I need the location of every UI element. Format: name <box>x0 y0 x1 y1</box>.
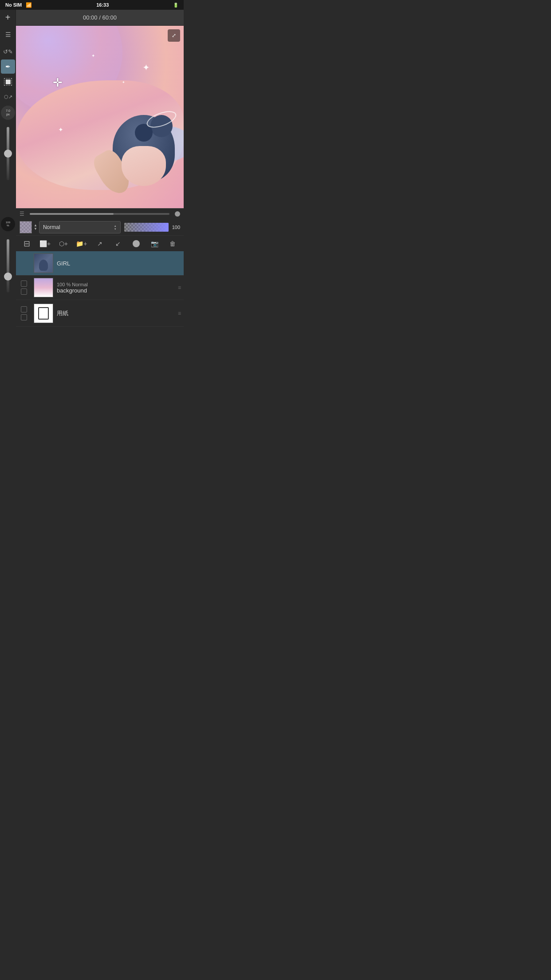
layer-visibility-area <box>16 281 32 295</box>
girl-preview-art <box>34 254 53 273</box>
layer-drag-handle-paper[interactable]: ≡ <box>175 310 184 316</box>
bg-preview-art <box>34 278 53 297</box>
star-4: ✦ <box>122 80 125 84</box>
opacity-slider-track[interactable] <box>124 223 169 232</box>
paper-document-icon <box>38 307 49 320</box>
add-folder-button[interactable]: 📁+ <box>75 237 88 250</box>
layer-meta-bg: 100 % Normal <box>57 282 173 287</box>
layer-preview-bg <box>34 278 53 297</box>
mask-button[interactable] <box>130 237 142 250</box>
cube-add-icon: ⬡+ <box>59 240 68 247</box>
camera-icon: 📷 <box>151 240 158 247</box>
battery-area: 🔋 <box>173 3 178 8</box>
layer-checkbox-paper-1[interactable] <box>21 306 27 312</box>
expand-icon: ⤢ <box>172 32 176 39</box>
layer-thumbnail-small <box>20 221 32 233</box>
horizontal-scrollbar[interactable] <box>30 213 169 215</box>
layer-row[interactable]: GIRL <box>16 251 184 276</box>
opacity-slider-container <box>7 234 9 327</box>
char-face <box>122 146 166 186</box>
layer-thumb-color <box>20 221 31 233</box>
timer-display[interactable]: 00:00 / 60:00 <box>16 10 184 25</box>
layer-icons-row: ⊟ ⬜+ ⬡+ 📁+ ↗ ↙ <box>16 235 184 251</box>
layer-down-icon: ↙ <box>115 240 121 247</box>
battery-icon: 🔋 <box>173 3 178 8</box>
character-art <box>99 119 179 208</box>
camera-button[interactable]: 📷 <box>148 237 161 250</box>
blend-up-arrow: ▲ <box>114 225 117 227</box>
layer-checkbox-paper-2[interactable] <box>21 314 27 320</box>
filmstrip-icon: ⊟ <box>24 239 30 249</box>
opacity-thumb[interactable] <box>4 273 12 281</box>
blend-mode-selector[interactable]: Normal ▲ ▼ <box>39 221 121 233</box>
add-3d-layer-button[interactable]: ⬡+ <box>57 237 70 250</box>
opacity-value: 100 <box>172 225 180 230</box>
brush-size-slider-container <box>7 122 9 214</box>
rotate-icon: ↺✎ <box>3 48 13 55</box>
layer-checkbox-2[interactable] <box>21 288 27 295</box>
star-2: ✦ <box>58 126 63 133</box>
brush-size-thumb[interactable] <box>4 150 12 158</box>
layer-row[interactable]: 100 % Normal background ≡ <box>16 276 184 300</box>
scroll-row: ☰ <box>16 209 184 219</box>
layer-visibility-area-paper <box>16 306 32 320</box>
layer-name-bg: background <box>57 287 173 294</box>
select-tool[interactable]: ⬜ <box>1 75 15 89</box>
clock: 16:33 <box>96 2 109 8</box>
carrier-wifi: No SIM 📶 <box>5 2 32 8</box>
menu-button[interactable]: ☰ <box>1 28 15 42</box>
layer-name-girl: GIRL <box>57 260 182 267</box>
bottom-panel: ☰ ▲ ▼ Normal ▲ ▼ <box>16 208 184 327</box>
brush-size-display[interactable]: 7.0 px <box>1 106 15 120</box>
left-toolbar: ☰ ↺✎ ✒ ⬜ ⬡↗ 7.0 px 100 % <box>0 26 16 327</box>
opacity-percent-display[interactable]: 100 % <box>1 217 15 231</box>
pen-icon: ✒ <box>5 63 11 70</box>
panel-menu-icon[interactable]: ☰ <box>20 211 24 217</box>
add-layer-button[interactable]: ⬜+ <box>39 237 51 250</box>
transform-icon: ⬡↗ <box>4 94 12 100</box>
add-layer-icon: ⬜+ <box>39 240 51 247</box>
opacity-fill <box>124 223 169 232</box>
undo-tool[interactable]: ↺✎ <box>1 44 15 59</box>
transform-tool[interactable]: ⬡↗ <box>1 90 15 104</box>
mask-icon <box>133 240 140 247</box>
layer-info-bg: 100 % Normal background <box>55 281 175 295</box>
artwork-canvas[interactable]: ✦ ✦ ✦ ✦ ✛ <box>16 26 184 208</box>
folder-add-icon: 📁+ <box>76 240 87 247</box>
menu-icon: ☰ <box>5 31 11 38</box>
layer-blend-row: ▲ ▼ Normal ▲ ▼ 100 <box>16 219 184 235</box>
brush-dot[interactable] <box>175 211 180 217</box>
wifi-icon: 📶 <box>26 2 32 8</box>
star-1: ✦ <box>142 62 150 73</box>
scrollbar-thumb[interactable] <box>30 213 114 215</box>
layer-preview-girl <box>34 253 53 273</box>
expand-button[interactable]: ⤢ <box>168 29 180 42</box>
delete-layer-button[interactable]: 🗑 <box>166 237 179 250</box>
opacity-slider[interactable] <box>7 239 9 292</box>
girl-preview-hair <box>39 260 48 271</box>
layer-drag-handle[interactable]: ≡ <box>175 285 184 291</box>
status-bar: No SIM 📶 16:33 🔋 <box>0 0 184 10</box>
layers-list: GIRL 100 % Normal background <box>16 251 184 327</box>
layer-info-paper: 用紙 <box>55 308 175 318</box>
blend-down-arrow: ▼ <box>114 228 117 230</box>
trash-icon: 🗑 <box>169 240 176 247</box>
layer-checkbox-1[interactable] <box>21 281 27 287</box>
pen-tool[interactable]: ✒ <box>1 59 15 74</box>
chevron-down-icon[interactable]: ▼ <box>34 227 37 231</box>
move-down-button[interactable]: ↙ <box>112 237 124 250</box>
layer-name-paper: 用紙 <box>57 309 173 317</box>
move-up-button[interactable]: ↗ <box>94 237 106 250</box>
star-3: ✦ <box>91 53 95 58</box>
add-button[interactable]: + <box>0 10 16 26</box>
top-toolbar: + 00:00 / 60:00 <box>0 10 184 26</box>
selection-icon: ⬜ <box>4 78 12 86</box>
layer-info-girl: GIRL <box>55 259 184 268</box>
layer-row[interactable]: 用紙 ≡ <box>16 300 184 327</box>
layer-preview-paper <box>34 304 53 323</box>
layer-filmstrip-button[interactable]: ⊟ <box>21 237 33 250</box>
layer-up-icon: ↗ <box>97 240 102 247</box>
canvas-wrapper[interactable]: ✦ ✦ ✦ ✦ ✛ <box>16 26 184 208</box>
brush-size-slider[interactable] <box>7 127 9 180</box>
cursor-crosshair: ✛ <box>53 77 63 88</box>
